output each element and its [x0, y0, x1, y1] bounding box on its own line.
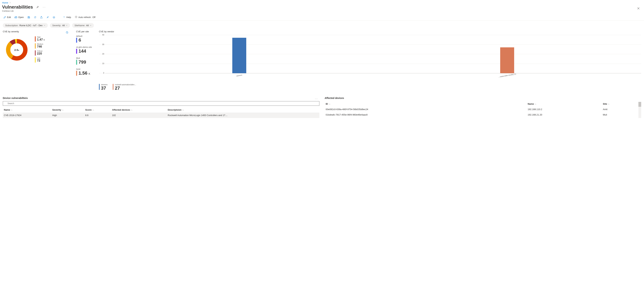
- legend-item[interactable]: Critical220: [35, 50, 45, 56]
- edit-button[interactable]: Edit: [2, 15, 12, 20]
- axis-tick: 30: [99, 44, 104, 46]
- site-name: Amit: [76, 68, 92, 70]
- site-item[interactable]: ot-gtm-demo-site144: [76, 46, 92, 54]
- table-cell: 01bdeafc-7817-455e-96f4-960e46e4aac8: [324, 112, 526, 117]
- pin-icon: [36, 6, 39, 9]
- column-header[interactable]: Name↑↓: [526, 101, 602, 107]
- filter-sitename[interactable]: SiteName: All: [72, 23, 94, 28]
- bar-label: …mation/allen-bradley (1): [498, 73, 516, 78]
- pencil-icon: [4, 16, 6, 19]
- search-input[interactable]: [3, 101, 320, 106]
- sort-icon: ↑↓: [329, 103, 330, 105]
- table-cell: 8.6: [84, 113, 111, 118]
- legend-item[interactable]: Medium746: [35, 43, 45, 49]
- sort-icon: ↑↓: [131, 109, 132, 111]
- help-label: Help: [66, 16, 71, 19]
- panel-title: Device vulnerabiltieis: [3, 97, 320, 99]
- column-header[interactable]: Score↑↓: [84, 107, 111, 113]
- open-button[interactable]: Open: [13, 15, 25, 20]
- panel-device-vulnerabilities: Device vulnerabiltieis ··· Name↑↓Severit…: [3, 97, 320, 118]
- site-swatch: [76, 60, 77, 65]
- auto-refresh-label: Auto refresh:: [78, 16, 91, 19]
- tile-cve-severity: CVE by severity 2.5K High1.47 KMedium746…: [3, 30, 69, 65]
- tile-cve-vendor: CVE by vendor 010203040siemens…mation/al…: [99, 30, 641, 91]
- site-item[interactable]: Amit1.56 K: [76, 68, 92, 76]
- legend-swatch: [35, 50, 36, 56]
- bar-chart[interactable]: 010203040siemens…mation/allen-bradley (1…: [99, 35, 641, 77]
- reset-button[interactable]: [65, 30, 69, 35]
- site-item[interactable]: Muli799: [76, 57, 92, 65]
- site-name: ot-gtm-demo-site: [76, 46, 92, 48]
- help-button[interactable]: Help: [62, 15, 72, 20]
- scrollbar-track[interactable]: [638, 102, 641, 118]
- folder-open-icon: [15, 16, 17, 19]
- question-icon: [63, 16, 65, 19]
- tile-title: CVE per site: [76, 30, 92, 33]
- donut-chart[interactable]: 2.5K: [3, 35, 31, 65]
- table-row[interactable]: CVE-2018-17924High8.6102Rockwell Automat…: [3, 113, 320, 118]
- legend-value: 37: [101, 86, 108, 91]
- table-cell: Muli: [602, 112, 641, 117]
- site-swatch: [76, 49, 77, 54]
- refresh-button[interactable]: [32, 15, 38, 20]
- more-button[interactable]: ···: [42, 5, 46, 9]
- legend-swatch: [35, 36, 36, 42]
- undo-icon: [66, 31, 68, 34]
- filter-severity[interactable]: Severity: All: [50, 23, 70, 28]
- table-cell: 00e082c0-638a-480f-9754-56b035d6ec24: [324, 107, 526, 112]
- scrollbar-thumb[interactable]: [638, 102, 641, 107]
- chart-bar[interactable]: [232, 38, 246, 73]
- column-header[interactable]: Severity↑↓: [51, 107, 84, 113]
- tile-title: CVE by severity: [3, 30, 69, 33]
- legend-item[interactable]: siemens37: [99, 84, 108, 91]
- svg-point-0: [53, 16, 55, 18]
- auto-refresh-state: Off: [92, 16, 95, 19]
- page-title: Vulnerabilities: [2, 4, 33, 10]
- table-row[interactable]: 00e082c0-638a-480f-9754-56b035d6ec24192.…: [324, 107, 641, 112]
- share-button[interactable]: [39, 15, 44, 20]
- legend-item[interactable]: Low72: [35, 57, 45, 63]
- pin-cmd-button[interactable]: [45, 15, 50, 20]
- legend-item[interactable]: rockwell automation/allen…27: [113, 84, 136, 91]
- pin-icon: [46, 16, 49, 19]
- breadcrumb-home-link[interactable]: Home: [2, 2, 8, 4]
- site-name: default: [76, 35, 92, 37]
- clock-refresh-icon: [75, 16, 77, 19]
- column-header[interactable]: Descriptsion↑↓: [167, 107, 320, 113]
- pin-button[interactable]: [36, 5, 40, 9]
- auto-refresh-toggle[interactable]: Auto refresh: Off: [74, 15, 97, 20]
- chart-bar[interactable]: [500, 47, 514, 73]
- table-cell: Amit: [602, 107, 641, 112]
- axis-tick: 20: [99, 53, 104, 55]
- filter-subscription[interactable]: Subscription: Rome ILDC - IoT - Dev: [3, 23, 48, 28]
- sort-icon: ↑↓: [92, 109, 94, 111]
- axis-tick: 0: [99, 72, 104, 74]
- legend-value: 1.47 K: [37, 38, 45, 42]
- column-header[interactable]: Name↑↓: [3, 107, 51, 113]
- svg-text:2.5K: 2.5K: [14, 48, 19, 51]
- column-header[interactable]: Affected devices↑↓: [111, 107, 167, 113]
- column-header[interactable]: Site↑↓: [602, 101, 641, 107]
- close-button[interactable]: [636, 6, 640, 11]
- table-row[interactable]: 01bdeafc-7817-455e-96f4-960e46e4aac8192.…: [324, 112, 641, 117]
- feedback-button[interactable]: [51, 15, 56, 20]
- panel-more-button[interactable]: ···: [314, 97, 319, 101]
- site-item[interactable]: default6: [76, 35, 92, 43]
- site-name: Muli: [76, 57, 92, 59]
- chevron-down-icon: [90, 24, 92, 27]
- chevron-right-icon: [9, 2, 11, 4]
- tile-cve-per-site: CVE per site default6ot-gtm-demo-site144…: [76, 30, 92, 76]
- command-bar: Edit Open Help: [0, 14, 644, 21]
- save-button[interactable]: [26, 15, 32, 20]
- table-cell: High: [51, 113, 84, 118]
- affected-devices-table: ID↑↓Name↑↓Site↑↓00e082c0-638a-480f-9754-…: [324, 101, 641, 117]
- legend-value: 220: [37, 52, 42, 55]
- chevron-down-icon: [44, 24, 46, 27]
- legend-item[interactable]: High1.47 K: [35, 36, 45, 42]
- column-header[interactable]: ID↑↓: [324, 101, 526, 107]
- axis-tick: 10: [99, 63, 104, 65]
- share-icon: [40, 16, 42, 19]
- chevron-down-icon: [66, 24, 68, 27]
- sort-icon: ↑↓: [608, 103, 610, 105]
- site-value: 1.56 K: [78, 70, 90, 76]
